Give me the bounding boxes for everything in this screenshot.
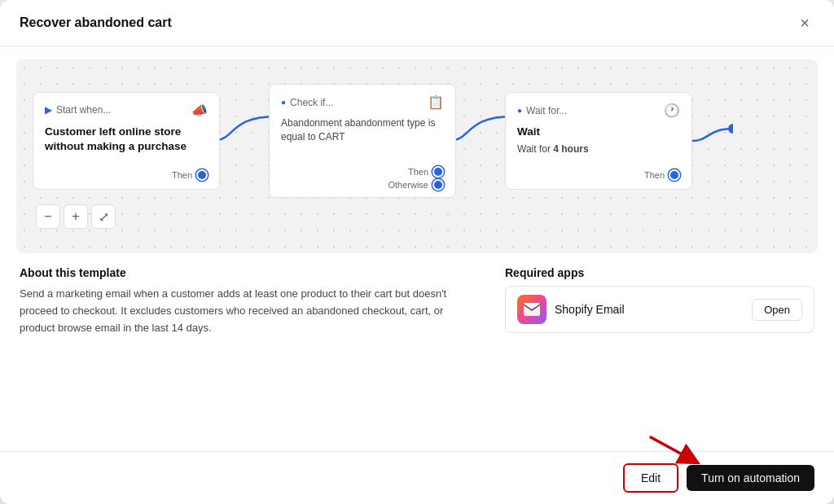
about-heading: About this template xyxy=(20,266,472,279)
arrow-indicator xyxy=(643,429,708,473)
check-node-then-dot xyxy=(432,166,444,177)
wait-node-then-dot xyxy=(669,169,680,181)
check-node-then-row: Then xyxy=(281,166,444,177)
about-text: Send a marketing email when a customer a… xyxy=(20,286,472,336)
check-node[interactable]: ● Check if... 📋 Abandonment abandonment … xyxy=(269,84,456,198)
check-node-footer: Then Otherwise xyxy=(270,166,455,191)
check-node-circle-icon: ● xyxy=(281,98,286,107)
zoom-out-button[interactable]: − xyxy=(36,204,60,229)
start-node-megaphone-icon: 📣 xyxy=(191,103,208,118)
check-node-label: ● Check if... xyxy=(281,97,333,108)
check-node-otherwise-row: Otherwise xyxy=(281,179,444,191)
connector-1 xyxy=(212,92,277,190)
about-section: About this template Send a marketing ema… xyxy=(20,266,472,435)
zoom-in-button[interactable]: + xyxy=(64,204,88,229)
start-node-footer: Then xyxy=(172,169,208,181)
app-name: Shopify Email xyxy=(555,303,625,316)
shopify-email-icon xyxy=(517,295,546,324)
bottom-section: About this template Send a marketing ema… xyxy=(0,266,834,451)
start-node-header: ▶ Start when... 📣 xyxy=(45,103,208,118)
start-node-label: ▶ Start when... xyxy=(45,104,111,116)
wait-node-title: Wait xyxy=(517,125,680,139)
modal: Recover abandoned cart × ▶ Start when...… xyxy=(0,0,834,504)
app-info: Shopify Email xyxy=(517,295,625,324)
wait-node-circle-icon: ● xyxy=(517,106,522,115)
connector-2 xyxy=(448,92,513,190)
svg-point-2 xyxy=(728,124,733,134)
start-node[interactable]: ▶ Start when... 📣 Customer left online s… xyxy=(33,92,220,190)
check-node-body: Abandonment abandonment type is equal to… xyxy=(281,116,444,144)
open-button[interactable]: Open xyxy=(752,299,802,321)
fit-button[interactable]: ⤢ xyxy=(91,204,116,229)
wait-node-body: Wait for 4 hours xyxy=(517,142,680,156)
required-apps-heading: Required apps xyxy=(505,266,814,279)
close-button[interactable]: × xyxy=(795,13,814,33)
wait-node[interactable]: ● Wait for... 🕐 Wait Wait for 4 hours Th… xyxy=(505,92,692,190)
modal-header: Recover abandoned cart × xyxy=(0,0,834,46)
check-node-header: ● Check if... 📋 xyxy=(281,94,444,110)
wait-node-label: ● Wait for... xyxy=(517,105,567,116)
check-node-otherwise-dot xyxy=(432,179,444,191)
wait-node-footer: Then xyxy=(644,169,680,181)
modal-footer: Edit Turn on automation xyxy=(0,451,834,504)
app-row: Shopify Email Open xyxy=(505,286,814,333)
modal-title: Recover abandoned cart xyxy=(20,15,172,30)
svg-rect-3 xyxy=(524,303,540,316)
connector-3 xyxy=(692,116,733,165)
start-node-then-dot xyxy=(196,169,208,181)
wait-node-clock-icon: 🕐 xyxy=(664,103,680,118)
start-node-play-icon: ▶ xyxy=(45,104,52,116)
start-node-title: Customer left online store without makin… xyxy=(45,125,208,153)
flow-canvas: ▶ Start when... 📣 Customer left online s… xyxy=(16,59,818,253)
flow-controls: − + ⤢ xyxy=(33,204,801,229)
check-node-clipboard-icon: 📋 xyxy=(428,94,444,110)
nodes-row: ▶ Start when... 📣 Customer left online s… xyxy=(33,84,801,198)
wait-node-header: ● Wait for... 🕐 xyxy=(517,103,680,118)
required-apps-section: Required apps Shopify Email Open xyxy=(505,266,814,435)
